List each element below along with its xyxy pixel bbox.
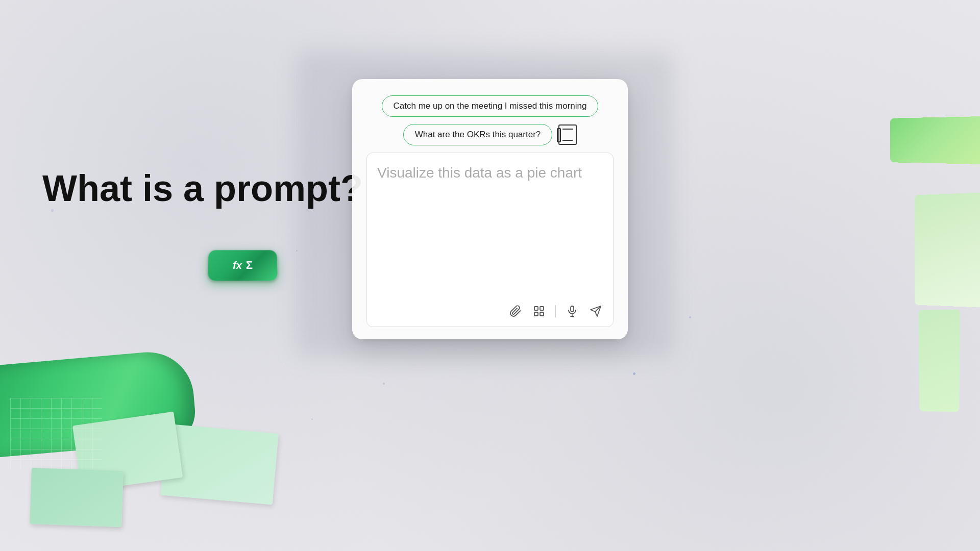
svg-rect-3 [540,312,544,316]
attach-icon[interactable] [508,304,523,318]
svg-rect-2 [534,312,538,316]
plugin-icon[interactable] [532,304,546,318]
dot [51,209,54,212]
svg-rect-1 [540,307,544,310]
formula-button[interactable]: fx Σ [208,250,277,281]
deco-right-top [890,116,980,164]
deco-right-bottom [918,310,960,412]
chip-row-2: What are the OKRs this quarter? [366,124,614,145]
chip-okr[interactable]: What are the OKRs this quarter? [403,124,553,145]
input-area[interactable]: Visualize this data as a pie chart [366,153,614,327]
dot [296,250,298,252]
input-placeholder: Visualize this data as a pie chart [377,163,603,183]
input-toolbar [377,298,603,318]
deco-note-3 [30,468,124,527]
notebook-icon[interactable] [558,124,577,145]
ui-card: Catch me up on the meeting I missed this… [352,79,628,339]
main-heading: What is a prompt? [42,168,363,209]
send-icon[interactable] [589,304,603,318]
dot [689,316,691,318]
toolbar-divider [555,305,556,317]
fx-label: fx [233,260,242,271]
mic-icon[interactable] [565,304,579,318]
dot [383,383,385,385]
dot [311,418,313,420]
dot [633,372,635,375]
svg-rect-4 [571,306,574,312]
sigma-label: Σ [246,259,253,272]
deco-right-mid [915,192,980,307]
deco-grid [10,398,102,469]
chip-row-1: Catch me up on the meeting I missed this… [366,95,614,117]
chip-catch-up[interactable]: Catch me up on the meeting I missed this… [382,95,599,117]
svg-rect-0 [534,307,538,310]
